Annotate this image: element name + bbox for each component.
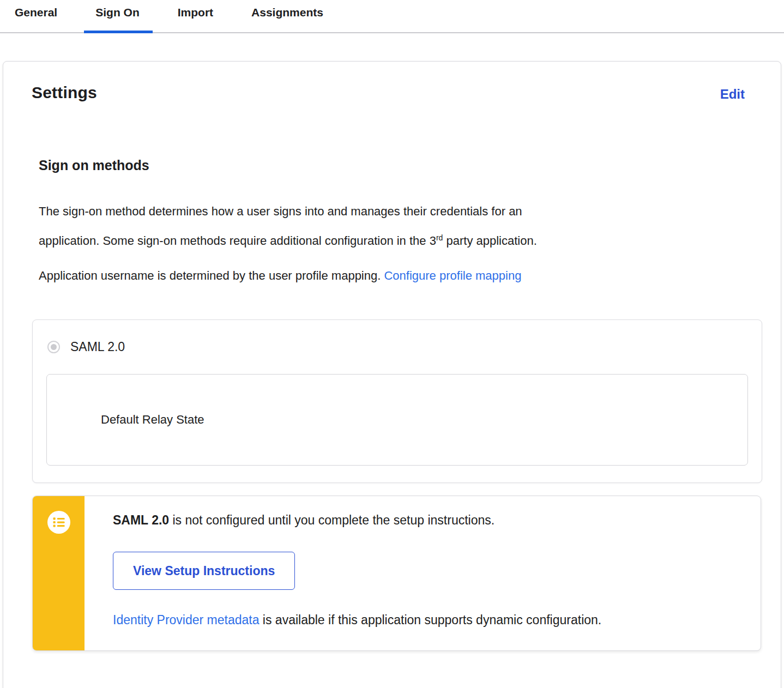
default-relay-state-label: Default Relay State — [101, 413, 204, 427]
configure-profile-mapping-link[interactable]: Configure profile mapping — [384, 269, 521, 282]
default-relay-state-box: Default Relay State — [46, 374, 748, 466]
list-icon — [47, 511, 70, 534]
tab-assignments[interactable]: Assignments — [251, 4, 323, 21]
radio-dot — [51, 344, 57, 350]
sign-on-methods-heading: Sign on methods — [39, 158, 756, 173]
notice-content: SAML 2.0 is not configured until you com… — [85, 496, 601, 650]
notice-yellow-strip — [33, 496, 85, 650]
settings-card: Settings Edit Sign on methods The sign-o… — [3, 61, 781, 688]
identity-provider-metadata-link[interactable]: Identity Provider metadata — [113, 613, 259, 627]
saml-radio-row: SAML 2.0 — [47, 340, 748, 354]
tab-import[interactable]: Import — [178, 4, 213, 21]
edit-link[interactable]: Edit — [720, 87, 745, 102]
saml-radio[interactable] — [47, 341, 60, 353]
app-tab-bar: General Sign On Import Assignments — [0, 0, 784, 33]
notice-message: SAML 2.0 is not configured until you com… — [113, 513, 601, 528]
settings-title: Settings — [32, 83, 97, 102]
tab-sign-on[interactable]: Sign On — [95, 4, 140, 21]
metadata-availability-text: Identity Provider metadata is available … — [113, 613, 601, 627]
saml-method-box: SAML 2.0 Default Relay State — [32, 319, 762, 483]
saml-setup-notice-banner: SAML 2.0 is not configured until you com… — [32, 496, 761, 651]
view-setup-instructions-button[interactable]: View Setup Instructions — [113, 552, 295, 590]
tab-general[interactable]: General — [15, 4, 57, 21]
saml-radio-label: SAML 2.0 — [70, 340, 125, 354]
ordinal-suffix: rd — [436, 233, 443, 242]
username-mapping-text: Application username is determined by th… — [39, 263, 756, 289]
settings-card-header: Settings Edit — [28, 83, 756, 102]
description-line-2: application. Some sign-on methods requir… — [39, 225, 756, 254]
description-line-1: The sign-on method determines how a user… — [39, 198, 756, 225]
sign-on-description: The sign-on method determines how a user… — [39, 198, 756, 254]
